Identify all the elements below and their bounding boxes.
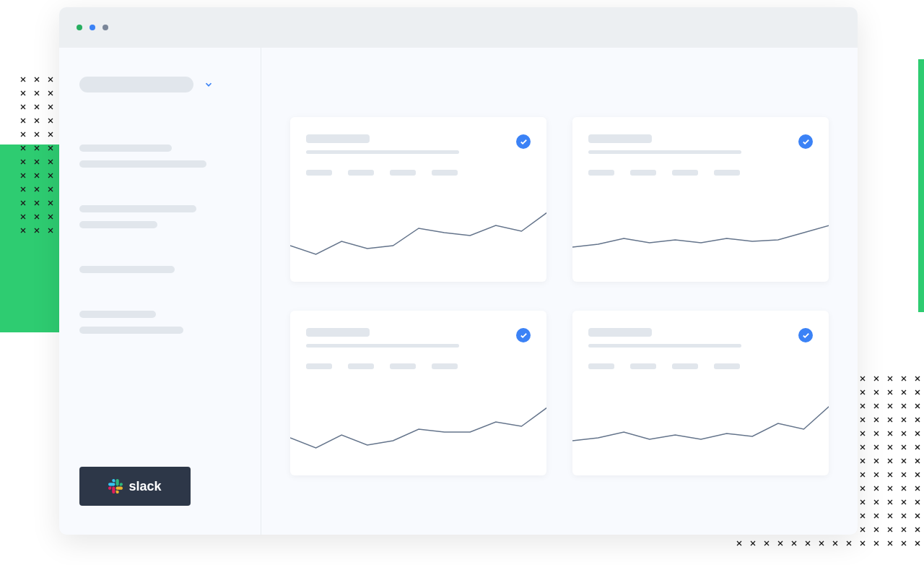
sidebar-group: [79, 145, 240, 176]
traffic-light-icon: [103, 25, 108, 30]
chevron-down-icon: [204, 79, 214, 90]
sidebar-item[interactable]: [79, 205, 196, 212]
card-stat: [306, 170, 332, 176]
card-stat: [390, 170, 416, 176]
card-stat: [714, 363, 740, 369]
card-title: [306, 134, 370, 143]
card-subtitle: [306, 150, 459, 154]
card-header-text: [588, 328, 798, 348]
main-content: [261, 48, 858, 535]
card-stats-row: [588, 170, 813, 176]
card-subtitle: [588, 344, 741, 348]
card-stat: [672, 170, 698, 176]
card-stats-row: [306, 363, 531, 369]
card-subtitle: [306, 344, 459, 348]
sidebar-item[interactable]: [79, 311, 156, 318]
card-sparkline: [572, 381, 829, 475]
card-stat: [348, 363, 374, 369]
window-titlebar: [59, 7, 858, 48]
sidebar-item[interactable]: [79, 145, 172, 152]
card-stat: [714, 170, 740, 176]
bg-decor-pattern-top: [20, 77, 61, 236]
card-stat: [588, 363, 614, 369]
check-icon: [516, 328, 531, 342]
check-icon: [516, 134, 531, 149]
card-stat: [588, 170, 614, 176]
card-title: [588, 134, 652, 143]
check-icon: [798, 134, 813, 149]
card-sparkline: [290, 381, 546, 475]
card-stat: [630, 170, 656, 176]
card-header-text: [588, 134, 798, 154]
card-stats-row: [306, 170, 531, 176]
card-title: [306, 328, 370, 337]
metric-card[interactable]: [572, 117, 829, 282]
sidebar-item[interactable]: [79, 221, 157, 228]
sidebar-group: [79, 266, 240, 282]
card-sparkline: [572, 188, 829, 282]
card-stats-row: [588, 363, 813, 369]
sidebar-item[interactable]: [79, 160, 206, 168]
card-title: [588, 328, 652, 337]
slack-button[interactable]: slack: [79, 467, 191, 506]
card-header-text: [306, 134, 516, 154]
sidebar-dropdown-label: [79, 77, 193, 92]
traffic-light-icon: [90, 25, 95, 30]
card-stat: [630, 363, 656, 369]
card-subtitle: [588, 150, 741, 154]
check-icon: [798, 328, 813, 342]
sidebar: slack: [59, 48, 261, 535]
sidebar-group: [79, 205, 240, 237]
card-stat: [348, 170, 374, 176]
traffic-light-icon: [77, 25, 82, 30]
browser-window: slack: [59, 7, 858, 535]
card-stat: [432, 170, 458, 176]
sidebar-item[interactable]: [79, 327, 183, 334]
metric-card[interactable]: [290, 311, 546, 475]
card-header-text: [306, 328, 516, 348]
sidebar-dropdown[interactable]: [79, 77, 240, 92]
metric-card[interactable]: [572, 311, 829, 475]
card-stat: [672, 363, 698, 369]
sidebar-group: [79, 311, 240, 342]
slack-icon: [108, 479, 123, 493]
bg-decor-green-right: [918, 59, 924, 312]
metric-card[interactable]: [290, 117, 546, 282]
card-stat: [432, 363, 458, 369]
card-stat: [306, 363, 332, 369]
card-stat: [390, 363, 416, 369]
card-sparkline: [290, 188, 546, 282]
sidebar-item[interactable]: [79, 266, 175, 273]
slack-button-label: slack: [128, 479, 161, 494]
